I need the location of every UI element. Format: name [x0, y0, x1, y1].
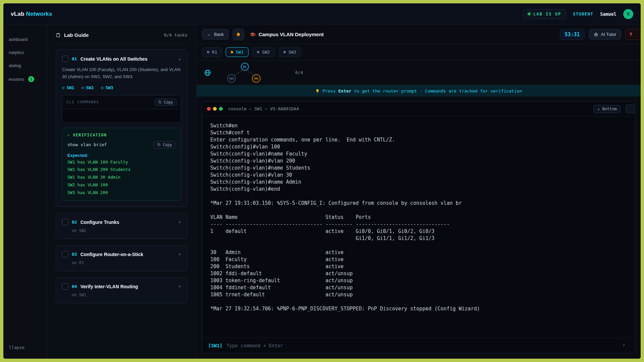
console-action-button-clipped[interactable]	[626, 105, 635, 113]
sidebar: ashboardnalyticsatalogessions1 llapse	[3, 25, 47, 359]
topology-diagram[interactable]: R1 SW2 SW1	[221, 62, 271, 84]
lightbulb-icon	[315, 89, 320, 93]
expected-line: SW1 has VLAN 100 Faculty	[67, 159, 176, 166]
sidebar-item[interactable]: nalytics	[3, 46, 47, 59]
chevron-down-icon[interactable]: ▼	[178, 285, 181, 288]
check-icon: ✓	[67, 133, 70, 137]
topology-node-r1-label: R1	[243, 65, 246, 68]
window-maximize-icon[interactable]	[219, 107, 223, 111]
task-checkbox[interactable]	[62, 219, 68, 225]
lab-guide-header: Lab Guide 0/4 tasks	[56, 32, 187, 44]
collapsed-tasks: 02Configure Trunks▼on SW103Configure Rou…	[56, 213, 187, 303]
verification-command-row: show vlan brief Copy	[67, 141, 176, 148]
ai-tutor-button[interactable]: AI Tutor	[589, 29, 622, 40]
task-device-subtitle: on R1	[72, 260, 181, 265]
cli-commands-box: CLI COMMANDS Copy	[62, 95, 181, 123]
window-close-icon[interactable]	[207, 107, 211, 111]
main-area: ← Back Campus VLAN Deployment 53:31	[197, 25, 641, 359]
home-icon	[236, 32, 241, 37]
terminate-button-clipped[interactable]: T	[625, 29, 641, 40]
task-card[interactable]: 03Configure Router-on-a-Stick▼on R1	[56, 245, 187, 271]
device-chip-label: SW3	[106, 85, 113, 90]
task-header[interactable]: 04Verify Inter-VLAN Routing▼	[62, 283, 181, 290]
device-tab-r1[interactable]: R1	[202, 47, 222, 57]
top-bar-right: LAB IS UP STUDENT Samuel S	[523, 9, 633, 19]
home-button[interactable]	[233, 29, 244, 40]
user-name: Samuel	[600, 11, 616, 17]
ai-tutor-label: AI Tutor	[601, 32, 616, 37]
sidebar-item-label: atalog	[9, 63, 21, 68]
sidebar-item-label: nalytics	[9, 50, 24, 55]
device-status-circle-icon: ○	[82, 85, 84, 90]
task-number: 04	[72, 284, 77, 289]
task-device-subtitle: on SW1	[72, 228, 181, 233]
device-chip-sw2[interactable]: ○SW2	[82, 85, 94, 90]
task-header[interactable]: 02Configure Trunks▼	[62, 219, 181, 225]
scroll-to-bottom-button[interactable]: ↓ Bottom	[594, 105, 621, 113]
sidebar-item[interactable]: atalog	[3, 59, 47, 72]
verification-box: ✓ VERIFICATION show vlan brief Copy Expe…	[62, 128, 181, 201]
sidebar-item[interactable]: ashboard	[3, 33, 47, 46]
lab-guide-title: Lab Guide	[56, 32, 89, 38]
back-label: Back	[214, 32, 224, 37]
cli-commands-label: CLI COMMANDS	[66, 100, 99, 104]
device-status-dot-icon	[283, 51, 286, 53]
topology-strip: R1 SW2 SW1 0/4	[197, 60, 641, 85]
back-arrow-icon: ←	[207, 32, 211, 37]
console-prompt: [SW1]	[208, 343, 222, 348]
chevron-down-icon[interactable]: ▼	[178, 253, 181, 256]
task-devices: ○SW1○SW2○SW3	[62, 85, 181, 90]
globe-icon	[204, 69, 211, 76]
console-body[interactable]: Switch#en Switch#conf t Enter configurat…	[202, 116, 635, 338]
task-card-1: 01 Create VLANs on All Switches ▲ Create…	[56, 50, 187, 207]
avatar-initial: S	[627, 11, 630, 16]
task-header[interactable]: 03Configure Router-on-a-Stick▼	[62, 251, 181, 257]
lab-status-dot-icon	[528, 13, 530, 15]
device-status-dot-icon	[231, 51, 233, 53]
copy-verification-button[interactable]: Copy	[153, 141, 176, 148]
device-chip-sw1[interactable]: ○SW1	[62, 85, 74, 90]
task-checkbox[interactable]	[62, 56, 68, 62]
expected-line: SW2 has VLAN 100	[67, 182, 176, 188]
robot-icon	[594, 32, 598, 37]
device-chip-sw3[interactable]: ○SW3	[101, 85, 113, 90]
chevron-down-icon[interactable]: ▼	[178, 221, 181, 224]
avatar[interactable]: S	[623, 9, 633, 19]
chevron-up-icon[interactable]: ▲	[178, 57, 181, 61]
task-title: Configure Trunks	[80, 220, 175, 225]
topology-progress: 0/4	[295, 70, 303, 75]
task-checkbox[interactable]	[62, 283, 68, 290]
app-frame: vLabNetworks LAB IS UP STUDENT Samuel S …	[3, 3, 641, 359]
task-1-header[interactable]: 01 Create VLANs on All Switches ▲	[62, 56, 181, 62]
task-card[interactable]: 02Configure Trunks▼on SW1	[56, 213, 187, 239]
window-minimize-icon[interactable]	[213, 107, 217, 111]
clipboard-icon	[56, 33, 61, 38]
console-header: console — SW1 — VS-6A801DA4 ↓ Bottom	[202, 102, 635, 116]
task-description: Create VLAN 100 (Faculty), VLAN 200 (Stu…	[62, 66, 181, 80]
device-tab-label: SW1	[236, 50, 244, 55]
copy-cli-button[interactable]: Copy	[154, 99, 177, 106]
expected-line: SW3 has VLAN 200	[67, 190, 176, 196]
task-title: Create VLANs on All Switches	[80, 56, 175, 62]
expected-line: SW1 has VLAN 30 Admin	[67, 174, 176, 181]
device-tab-sw2[interactable]: SW2	[252, 47, 275, 57]
sidebar-collapse-button[interactable]: llapse	[3, 341, 47, 354]
device-tab-sw3[interactable]: SW3	[278, 47, 301, 57]
copy-label: Copy	[163, 142, 172, 147]
back-button[interactable]: ← Back	[202, 29, 229, 40]
device-status-dot-icon	[207, 51, 209, 53]
console-panel: console — SW1 — VS-6A801DA4 ↓ Bottom Swi…	[202, 101, 635, 353]
sessions-count-badge: 1	[28, 76, 34, 82]
sidebar-nav: ashboardnalyticsatalogessions1	[3, 33, 47, 86]
hint-bar: Press Enter to get the router prompt · C…	[197, 85, 641, 97]
cli-commands-body	[62, 109, 181, 122]
sidebar-item[interactable]: essions1	[3, 72, 47, 86]
task-card[interactable]: 04Verify Inter-VLAN Routing▼on SW1	[56, 277, 187, 303]
device-tab-sw1[interactable]: SW1	[226, 47, 249, 57]
expected-label: Expected:	[67, 153, 176, 158]
task-title: Configure Router-on-a-Stick	[80, 252, 175, 257]
app-logo[interactable]: vLabNetworks	[11, 11, 52, 17]
command-input[interactable]	[226, 343, 619, 349]
task-checkbox[interactable]	[62, 251, 68, 257]
device-chip-label: SW1	[67, 85, 74, 90]
